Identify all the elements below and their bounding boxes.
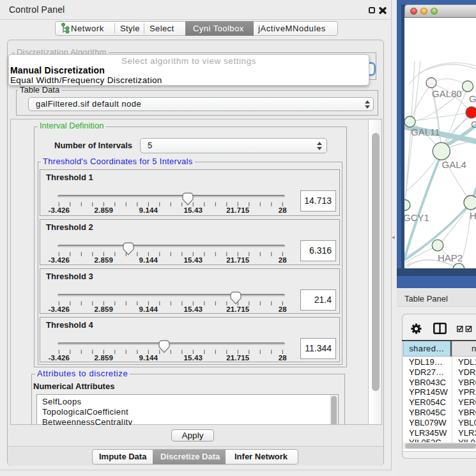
svg-text:GA: GA <box>469 93 476 104</box>
svg-text:GAL11: GAL11 <box>411 127 440 137</box>
svg-text:GCY1: GCY1 <box>404 212 429 223</box>
svg-text:GAL80: GAL80 <box>432 88 462 99</box>
svg-text:CY: CY <box>471 119 476 130</box>
svg-text:HAP2: HAP2 <box>438 252 463 263</box>
svg-text:GAL4: GAL4 <box>442 159 466 170</box>
svg-text:HA: HA <box>470 210 476 221</box>
